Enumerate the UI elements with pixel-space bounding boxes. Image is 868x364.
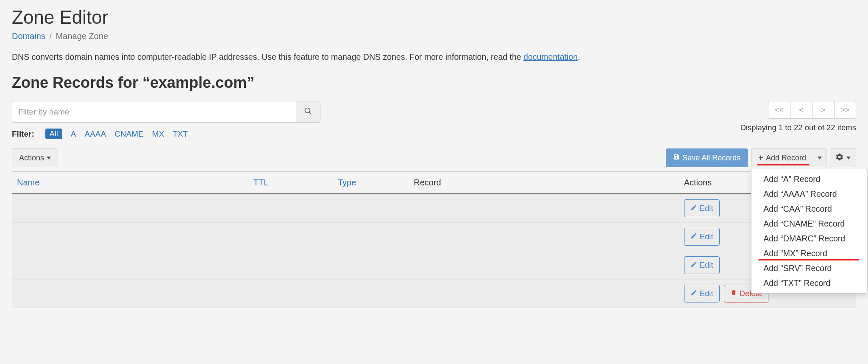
col-type[interactable]: Type (333, 172, 409, 194)
highlight-underline (757, 164, 810, 165)
actions-dropdown[interactable]: Actions (12, 148, 58, 167)
svg-point-0 (305, 108, 310, 113)
pager-next[interactable]: > (812, 101, 834, 119)
search-icon (304, 107, 312, 117)
settings-button[interactable] (830, 148, 856, 167)
breadcrumb-domains[interactable]: Domains (12, 31, 45, 41)
filter-aaaa[interactable]: AAAA (84, 129, 106, 139)
add-record-menu-item[interactable]: Add “AAAA” Record (751, 187, 867, 202)
filter-tags: Filter: All A AAAA CNAME MX TXT (12, 129, 320, 139)
pencil-icon (690, 260, 697, 270)
add-record-menu-item[interactable]: Add “SRV” Record (751, 261, 867, 276)
pencil-icon (690, 232, 697, 241)
save-all-records-button[interactable]: Save All Records (666, 148, 748, 167)
filter-txt[interactable]: TXT (172, 129, 188, 139)
trash-icon (730, 289, 737, 298)
paging-summary: Displaying 1 to 22 out of 22 items (740, 123, 856, 132)
breadcrumb: Domains / Manage Zone (12, 31, 856, 41)
add-record-menu-item[interactable]: Add “CAA” Record (751, 202, 867, 216)
pencil-icon (690, 204, 697, 213)
save-icon (673, 154, 680, 162)
zone-records-heading: Zone Records for “example.com” (12, 74, 856, 92)
add-record-menu: Add “A” RecordAdd “AAAA” RecordAdd “CAA”… (751, 169, 868, 294)
table-row: Edit (12, 223, 856, 251)
edit-button[interactable]: Edit (684, 256, 720, 274)
pencil-icon (690, 289, 697, 298)
breadcrumb-separator: / (49, 31, 52, 41)
search-group (12, 101, 320, 123)
edit-button[interactable]: Edit (684, 285, 720, 302)
plus-icon: + (758, 154, 763, 162)
page-title: Zone Editor (12, 7, 856, 28)
add-record-caret[interactable] (813, 148, 826, 167)
table-row: Edit (12, 194, 856, 223)
table-row: Edit (12, 251, 856, 280)
add-record-menu-item[interactable]: Add “MX” Record (751, 246, 867, 261)
add-record-menu-item[interactable]: Add “DMARC” Record (751, 231, 867, 246)
filter-name-input[interactable] (12, 101, 296, 123)
edit-button[interactable]: Edit (684, 228, 720, 246)
pager-prev[interactable]: < (790, 101, 812, 119)
search-button[interactable] (296, 101, 320, 123)
breadcrumb-current: Manage Zone (56, 31, 108, 41)
filter-all[interactable]: All (45, 129, 62, 139)
pager: << < > >> (768, 101, 856, 119)
documentation-link[interactable]: documentation (523, 52, 578, 62)
records-table: Name TTL Type Record Actions EditEditEdi… (12, 172, 856, 308)
gear-icon (835, 153, 844, 163)
filter-cname[interactable]: CNAME (114, 129, 144, 139)
col-name[interactable]: Name (12, 172, 248, 194)
right-buttons: Save All Records + Add Record Add “A” Re… (666, 148, 856, 167)
chevron-down-icon (818, 157, 822, 160)
chevron-down-icon (846, 157, 851, 160)
col-record: Record (409, 172, 679, 194)
edit-button[interactable]: Edit (684, 199, 720, 217)
chevron-down-icon (47, 157, 51, 160)
filter-label: Filter: (12, 129, 34, 139)
pager-last[interactable]: >> (834, 101, 856, 119)
pager-first[interactable]: << (768, 101, 790, 119)
page-description: DNS converts domain names into computer-… (12, 52, 856, 62)
svg-line-1 (309, 112, 312, 115)
filter-mx[interactable]: MX (152, 129, 164, 139)
filter-a[interactable]: A (71, 129, 76, 139)
highlight-underline (758, 259, 860, 260)
col-ttl[interactable]: TTL (248, 172, 333, 194)
table-row: EditDelete (12, 280, 856, 308)
add-record-menu-item[interactable]: Add “TXT” Record (751, 276, 867, 291)
add-record-menu-item[interactable]: Add “CNAME” Record (751, 216, 867, 231)
add-record-split: + Add Record Add “A” RecordAdd “AAAA” Re… (751, 148, 826, 167)
add-record-menu-item[interactable]: Add “A” Record (751, 172, 867, 187)
